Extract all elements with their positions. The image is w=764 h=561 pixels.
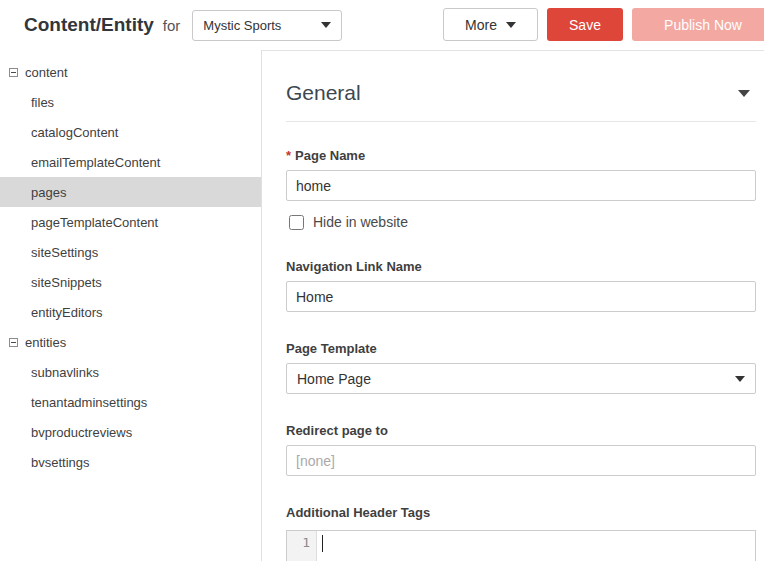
tree-label: content xyxy=(25,65,68,80)
hide-in-website-checkbox[interactable] xyxy=(289,215,304,230)
publish-now-button[interactable]: Publish Now xyxy=(632,8,764,41)
page-template-label: Page Template xyxy=(286,341,756,356)
tree-label: files xyxy=(31,95,54,110)
sidebar-item-pagetemplatecontent[interactable]: pageTemplateContent xyxy=(0,207,261,237)
page-title: Content/Entity xyxy=(24,14,154,36)
tree-label: pages xyxy=(31,185,66,200)
tree-label: tenantadminsettings xyxy=(31,395,147,410)
sidebar-item-entities[interactable]: entities xyxy=(0,327,261,357)
line-number-gutter: 1 xyxy=(287,531,317,561)
sidebar-item-subnavlinks[interactable]: subnavlinks xyxy=(0,357,261,387)
field-label: * Page Name xyxy=(286,148,756,163)
page-name-label: Page Name xyxy=(295,148,365,163)
hide-in-website-row: Hide in website xyxy=(286,214,756,230)
sidebar-item-sitesnippets[interactable]: siteSnippets xyxy=(0,267,261,297)
redirect-page-to-input[interactable] xyxy=(286,445,756,476)
app-body: content files catalogContent emailTempla… xyxy=(0,50,764,561)
header-actions: More Save Publish Now xyxy=(443,8,764,41)
tree-label: bvsettings xyxy=(31,455,90,470)
sidebar-item-files[interactable]: files xyxy=(0,87,261,117)
text-cursor xyxy=(322,535,323,552)
tree-label: bvproductreviews xyxy=(31,425,132,440)
tree-label: entities xyxy=(25,335,66,350)
navigation-link-name-label: Navigation Link Name xyxy=(286,259,756,274)
main-panel: General * Page Name Hide in website Navi… xyxy=(262,50,764,561)
sidebar-item-pages[interactable]: pages xyxy=(0,177,261,207)
tree-label: pageTemplateContent xyxy=(31,215,158,230)
sidebar-item-tenantadminsettings[interactable]: tenantadminsettings xyxy=(0,387,261,417)
navigation-link-name-input[interactable] xyxy=(286,281,756,312)
sidebar-item-entityeditors[interactable]: entityEditors xyxy=(0,297,261,327)
sidebar-tree: content files catalogContent emailTempla… xyxy=(0,50,262,561)
field-page-name: * Page Name Hide in website xyxy=(286,148,756,230)
field-additional-header-tags: Additional Header Tags 1 xyxy=(286,505,756,561)
header: Content/Entity for Mystic Sports More Sa… xyxy=(0,0,764,50)
tree-label: siteSettings xyxy=(31,245,98,260)
tree-label: siteSnippets xyxy=(31,275,102,290)
collapse-icon[interactable] xyxy=(9,338,18,347)
collapse-icon[interactable] xyxy=(9,68,18,77)
required-asterisk: * xyxy=(286,148,291,163)
more-button[interactable]: More xyxy=(443,8,538,41)
tree-label: subnavlinks xyxy=(31,365,99,380)
save-button[interactable]: Save xyxy=(547,8,623,41)
tree-label: entityEditors xyxy=(31,305,103,320)
more-button-label: More xyxy=(465,17,497,33)
tree-label: catalogContent xyxy=(31,125,118,140)
page-template-select-value: Home Page xyxy=(297,371,371,387)
chevron-down-icon xyxy=(506,22,516,28)
chevron-down-icon[interactable] xyxy=(738,90,750,97)
section-header-general[interactable]: General xyxy=(286,81,756,122)
section-title: General xyxy=(286,81,361,105)
additional-header-tags-label: Additional Header Tags xyxy=(286,505,756,520)
page-template-select[interactable]: Home Page xyxy=(286,363,756,394)
code-area[interactable] xyxy=(317,531,755,561)
tree-label: emailTemplateContent xyxy=(31,155,160,170)
redirect-page-to-label: Redirect page to xyxy=(286,423,756,438)
tenant-select[interactable]: Mystic Sports xyxy=(192,10,342,41)
field-page-template: Page Template Home Page xyxy=(286,341,756,394)
sidebar-item-emailtemplatecontent[interactable]: emailTemplateContent xyxy=(0,147,261,177)
chevron-down-icon xyxy=(321,22,331,28)
tenant-select-value: Mystic Sports xyxy=(203,18,281,33)
sidebar-item-catalogcontent[interactable]: catalogContent xyxy=(0,117,261,147)
additional-header-tags-editor[interactable]: 1 xyxy=(286,530,756,561)
sidebar-item-bvsettings[interactable]: bvsettings xyxy=(0,447,261,477)
page-name-input[interactable] xyxy=(286,170,756,201)
hide-in-website-label: Hide in website xyxy=(313,214,408,230)
chevron-down-icon xyxy=(735,376,745,382)
sidebar-item-sitesettings[interactable]: siteSettings xyxy=(0,237,261,267)
field-navigation-link-name: Navigation Link Name xyxy=(286,259,756,312)
sidebar-item-bvproductreviews[interactable]: bvproductreviews xyxy=(0,417,261,447)
field-redirect-page-to: Redirect page to xyxy=(286,423,756,476)
sidebar-item-content[interactable]: content xyxy=(0,57,261,87)
for-label: for xyxy=(163,17,181,34)
